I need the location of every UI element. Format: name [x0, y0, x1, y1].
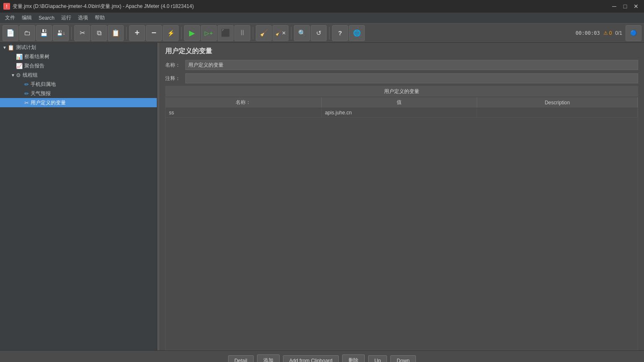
bottom-bar: Detail 添加 Add from Clipboard 删除 Up Down — [0, 350, 644, 362]
sidebar-item-user-variables[interactable]: ▶ ✂ 用户定义的变量 — [0, 98, 157, 107]
node-count: 0/1 — [615, 30, 622, 36]
add-button[interactable]: + — [129, 25, 145, 41]
cut-button[interactable]: ✂ — [74, 25, 90, 41]
up-button[interactable]: Up — [368, 355, 387, 362]
menu-run[interactable]: 运行 — [58, 13, 75, 23]
maximize-button[interactable]: □ — [621, 2, 630, 11]
menu-help[interactable]: 帮助 — [91, 13, 108, 23]
timer-display: 00:00:03 — [576, 30, 600, 36]
close-button[interactable]: ✕ — [631, 2, 641, 11]
detail-button[interactable]: Detail — [228, 355, 254, 362]
search-toolbar-button[interactable]: 🔍 — [294, 25, 310, 41]
tb-sep-3 — [181, 27, 182, 39]
start-button[interactable]: ▶ — [184, 25, 200, 41]
window-title: 变量.jmx (D:\BG\apache-jmeter-4.0\bin\变量.j… — [13, 3, 194, 10]
http1-icon: ✏ — [24, 81, 29, 88]
add-row-button[interactable]: 添加 — [257, 354, 280, 362]
tb-sep-5 — [291, 27, 291, 39]
sidebar-item-test-plan[interactable]: ▼ 📋 测试计划 — [0, 43, 157, 52]
title-bar-left: ! 变量.jmx (D:\BG\apache-jmeter-4.0\bin\变量… — [3, 3, 194, 10]
paste-button[interactable]: 📋 — [108, 25, 124, 41]
view-results-label: 察看结果树 — [24, 53, 49, 60]
new-button[interactable]: 📄 — [3, 25, 18, 41]
comment-label: 注释： — [165, 75, 185, 82]
delete-button[interactable]: 删除 — [342, 354, 365, 362]
warning-count: 0 — [609, 30, 612, 36]
thread-group-icon: ⚙ — [16, 72, 21, 78]
sidebar-item-http1[interactable]: ▶ ✏ 手机归属地 — [0, 80, 157, 89]
http2-icon: ✏ — [24, 90, 29, 97]
clear-all-button[interactable]: 🧹✕ — [273, 25, 288, 41]
table-section-title: 用户定义的变量 — [166, 86, 638, 97]
open-button[interactable]: 🗀 — [19, 25, 35, 41]
toolbar-right: 00:00:03 ⚠ 0 0/1 🔵 — [576, 25, 641, 41]
name-label: 名称： — [165, 62, 185, 69]
table-section: 用户定义的变量 名称： 值 Description ss apis.juhe.c… — [159, 86, 644, 350]
save-button[interactable]: 💾 — [36, 25, 52, 41]
toggle-thread-group: ▼ — [10, 73, 16, 78]
menu-edit[interactable]: 编辑 — [18, 13, 35, 23]
cell-description — [477, 108, 638, 118]
tb-sep-1 — [71, 27, 72, 39]
sidebar-item-aggregate-report[interactable]: ▶ 📈 聚合报告 — [0, 61, 157, 70]
user-vars-label: 用户定义的变量 — [31, 99, 66, 106]
cell-name: ss — [166, 108, 321, 118]
menu-search[interactable]: Search — [35, 13, 58, 23]
clear-button[interactable]: 🧹 — [256, 25, 272, 41]
sidebar-item-view-results-tree[interactable]: ▶ 📊 察看结果树 — [0, 52, 157, 61]
col-description: Description — [477, 97, 638, 108]
http1-label: 手机归属地 — [31, 81, 56, 88]
status-button[interactable]: 🔵 — [626, 25, 641, 41]
table-row[interactable]: ss apis.juhe.cn — [166, 108, 638, 118]
comment-field-row: 注释： — [159, 72, 644, 84]
minimize-button[interactable]: ─ — [610, 2, 619, 11]
down-button[interactable]: Down — [390, 355, 416, 362]
tb-sep-4 — [253, 27, 253, 39]
add-from-clipboard-button[interactable]: Add from Clipboard — [283, 355, 339, 362]
sidebar-item-http2[interactable]: ▶ ✏ 天气预报 — [0, 89, 157, 98]
help-toolbar-button[interactable]: ? — [332, 25, 348, 41]
thread-group-label: 线程组 — [23, 72, 38, 79]
sidebar-item-thread-group[interactable]: ▼ ⚙ 线程组 — [0, 70, 157, 80]
main-layout: ▼ 📋 测试计划 ▶ 📊 察看结果树 ▶ 📈 聚合报告 ▼ ⚙ 线程组 ▶ ✏ … — [0, 43, 644, 350]
remove-button[interactable]: − — [146, 25, 162, 41]
shutdown-button[interactable]: ⏸ — [234, 25, 250, 41]
title-bar-controls[interactable]: ─ □ ✕ — [610, 2, 641, 11]
toggle-button[interactable]: ⚡ — [163, 25, 179, 41]
toolbar: 📄 🗀 💾 💾↓ ✂ ⧉ 📋 + − ⚡ ▶ ▷+ ⬛ ⏸ 🧹 🧹✕ 🔍 ↺ ?… — [0, 23, 644, 43]
name-field-row: 名称： — [159, 59, 644, 71]
toggle-test-plan: ▼ — [2, 45, 8, 50]
test-plan-icon: 📋 — [8, 44, 14, 51]
col-name: 名称： — [166, 97, 321, 108]
name-input[interactable] — [185, 60, 638, 70]
sidebar: ▼ 📋 测试计划 ▶ 📊 察看结果树 ▶ 📈 聚合报告 ▼ ⚙ 线程组 ▶ ✏ … — [0, 43, 157, 350]
col-value: 值 — [321, 97, 477, 108]
stop-button[interactable]: ⬛ — [218, 25, 234, 41]
test-plan-label: 测试计划 — [16, 44, 36, 51]
aggregate-label: 聚合报告 — [24, 62, 44, 70]
http2-label: 天气预报 — [31, 90, 51, 97]
cell-value: apis.juhe.cn — [321, 108, 477, 118]
menu-options[interactable]: 选项 — [75, 13, 91, 23]
panel-title: 用户定义的变量 — [159, 43, 644, 59]
reset-button[interactable]: ↺ — [311, 25, 327, 41]
tb-sep-6 — [329, 27, 330, 39]
content-panel: 用户定义的变量 名称： 注释： 用户定义的变量 名称： 值 Descriptio… — [159, 43, 644, 350]
comment-input[interactable] — [185, 73, 638, 83]
copy-button[interactable]: ⧉ — [91, 25, 107, 41]
menu-bar: 文件 编辑 Search 运行 选项 帮助 — [0, 13, 644, 23]
start-no-pause-button[interactable]: ▷+ — [201, 25, 217, 41]
aggregate-icon: 📈 — [16, 63, 23, 69]
variables-table: 名称： 值 Description ss apis.juhe.cn — [166, 97, 638, 118]
app-icon: ! — [3, 3, 10, 10]
warning-icon: ⚠ — [603, 30, 608, 36]
remote-toolbar-button[interactable]: 🌐 — [349, 25, 365, 41]
view-results-icon: 📊 — [16, 54, 23, 60]
table-container: 用户定义的变量 名称： 值 Description ss apis.juhe.c… — [165, 86, 638, 350]
menu-file[interactable]: 文件 — [2, 13, 18, 23]
warning-badge: ⚠ 0 — [603, 30, 612, 36]
title-bar: ! 变量.jmx (D:\BG\apache-jmeter-4.0\bin\变量… — [0, 0, 644, 13]
save-as-button[interactable]: 💾↓ — [53, 25, 69, 41]
user-vars-icon: ✂ — [24, 100, 29, 106]
tb-sep-2 — [126, 27, 127, 39]
